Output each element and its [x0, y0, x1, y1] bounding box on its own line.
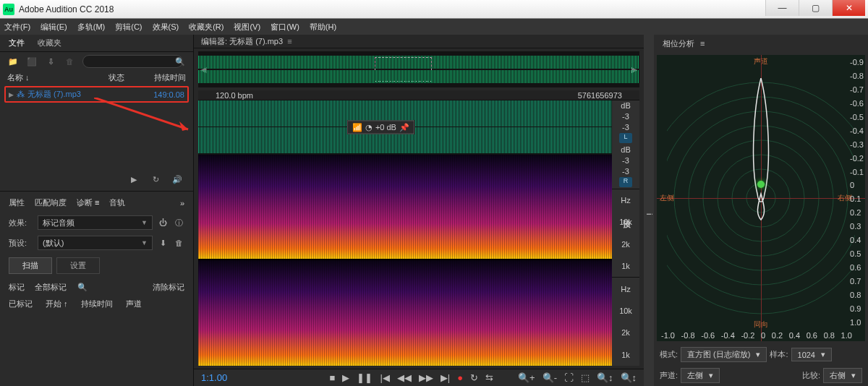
preset-select[interactable]: (默认)▼: [38, 236, 153, 250]
tab-tracks[interactable]: 音轨: [109, 197, 125, 208]
sample-select[interactable]: 1024▾: [791, 348, 832, 361]
mh-marked[interactable]: 已标记: [9, 299, 33, 309]
col-name[interactable]: 名称 ↓: [7, 72, 109, 83]
menu-clip[interactable]: 剪辑(C): [115, 22, 142, 33]
play-button[interactable]: ▶: [342, 372, 349, 383]
import-icon[interactable]: ⇩: [45, 56, 56, 67]
hud-pin-icon[interactable]: 📌: [399, 122, 409, 132]
save-preset-icon[interactable]: ⬇: [157, 237, 169, 249]
menu-window[interactable]: 窗口(W): [271, 22, 299, 33]
col-duration[interactable]: 持续时间: [145, 72, 186, 83]
time-ruler[interactable]: 120.0 bpm 57 61 65 69 73: [198, 90, 639, 100]
info-icon[interactable]: ⓘ: [173, 217, 184, 228]
mark-label: 标记: [9, 282, 25, 293]
menu-effects[interactable]: 效果(S): [153, 22, 179, 33]
info-strip-icon[interactable]: i: [645, 213, 654, 215]
phase-menu-icon[interactable]: ≡: [700, 39, 705, 48]
zoom-in-h-icon[interactable]: 🔍+: [518, 372, 535, 383]
minimize-button[interactable]: —: [765, 0, 799, 16]
record-button[interactable]: ●: [457, 372, 463, 383]
zoom-out-v-icon[interactable]: 🔍↕: [621, 372, 637, 383]
tab-diagnostics[interactable]: 诊断 ≡: [77, 197, 99, 208]
search-input[interactable]: [82, 55, 183, 68]
zoom-out-h-icon[interactable]: 🔍-: [542, 372, 557, 383]
compare-label: 比较:: [802, 370, 820, 381]
mh-channel[interactable]: 声道: [126, 299, 142, 309]
compare-select[interactable]: 右侧▾: [823, 368, 862, 383]
channel-select[interactable]: 左侧▾: [681, 368, 720, 383]
skip-selection-button[interactable]: ⇆: [485, 372, 493, 383]
channel-r-chip[interactable]: R: [619, 177, 632, 187]
hz-val: 2k: [621, 328, 630, 337]
mode-select[interactable]: 直方图 (日志缩放)▾: [681, 347, 767, 362]
forward-button[interactable]: ▶▶: [419, 372, 433, 383]
waveform-display[interactable]: 📶 ◔ +0 dB 📌: [198, 100, 612, 155]
phase-title[interactable]: 相位分析: [663, 38, 694, 49]
record-icon[interactable]: ⬛: [26, 56, 38, 67]
db-unit: dB: [621, 145, 630, 154]
go-start-button[interactable]: |◀: [380, 372, 389, 383]
zoom-sel-icon[interactable]: ⬚: [581, 372, 590, 383]
file-row[interactable]: ▶ ⁂ 无标题 (7).mp3 149:0.08: [4, 86, 189, 103]
phase-indicator-ball: [757, 181, 765, 188]
hz-val: 1k: [621, 262, 630, 270]
mark-search-icon[interactable]: 🔍: [77, 281, 88, 293]
collapsed-panel-strip[interactable]: i 预设: [644, 35, 654, 386]
zoom-in-v-icon[interactable]: 🔍↕: [597, 372, 613, 383]
loop-button[interactable]: ↻: [470, 372, 478, 383]
auto-play-icon[interactable]: 🔊: [171, 173, 183, 185]
timecode[interactable]: 1:1.00: [201, 372, 227, 383]
left-sidebar: 文件 收藏夹 📁 ⬛ ⇩ 🗑 🔍 名称 ↓ 状态 持续时间 ▶ ⁂ 无标题 (7…: [0, 35, 194, 386]
hz-val: 2k: [621, 240, 630, 249]
mh-duration[interactable]: 持续时间: [81, 299, 113, 309]
loop-icon[interactable]: ↻: [150, 173, 161, 185]
panel-menu-icon[interactable]: »: [180, 199, 184, 207]
maximize-button[interactable]: ▢: [799, 0, 832, 16]
channel-l-chip[interactable]: L: [619, 133, 632, 143]
power-icon[interactable]: ⏻: [157, 217, 169, 228]
scan-button[interactable]: 扫描: [9, 257, 52, 274]
hz-val: 10k: [619, 306, 632, 315]
hud-display[interactable]: 📶 ◔ +0 dB 📌: [347, 120, 414, 134]
go-end-button[interactable]: ▶|: [441, 372, 450, 383]
spectrogram-right[interactable]: [198, 260, 612, 366]
hud-clock-icon: ◔: [365, 122, 373, 132]
overview-selection[interactable]: [375, 57, 432, 82]
tab-files[interactable]: 文件: [9, 38, 25, 48]
tab-loudness[interactable]: 匹配响度: [35, 197, 67, 208]
stop-button[interactable]: ■: [330, 372, 336, 383]
delete-preset-icon[interactable]: 🗑: [173, 237, 184, 249]
tab-properties[interactable]: 属性: [9, 197, 25, 208]
rewind-button[interactable]: ◀◀: [397, 372, 412, 383]
file-name: 无标题 (7).mp3: [27, 89, 153, 100]
zoom-full-icon[interactable]: ⛶: [564, 372, 574, 383]
tab-favorites[interactable]: 收藏夹: [38, 38, 61, 48]
close-button[interactable]: ✕: [832, 0, 865, 16]
trash-icon[interactable]: 🗑: [64, 56, 75, 67]
menu-multitrack[interactable]: 多轨(M): [77, 22, 106, 33]
clear-marks[interactable]: 清除标记: [153, 282, 184, 293]
phase-label-left: 左侧: [660, 193, 674, 203]
menu-bar: 文件(F) 编辑(E) 多轨(M) 剪辑(C) 效果(S) 收藏夹(R) 视图(…: [0, 19, 868, 35]
menu-favorites[interactable]: 收藏夹(R): [189, 22, 224, 33]
menu-view[interactable]: 视图(V): [234, 22, 260, 33]
menu-file[interactable]: 文件(F): [4, 22, 30, 33]
play-icon[interactable]: ▶: [128, 173, 140, 185]
overview-waveform[interactable]: ◀▶: [198, 51, 639, 87]
phase-plot[interactable]: 声道 左侧 右侧 同向 -0.9-0.8-0.7-0.6-0.5-0.4-0.3…: [657, 55, 865, 341]
phase-analysis-panel: 相位分析≡ 声道 左侧 右侧 同向 -0.9-0.8-0.7-0.6-0.: [654, 35, 868, 386]
window-title: Adobe Audition CC 2018: [19, 4, 765, 14]
menu-edit[interactable]: 编辑(E): [41, 22, 67, 33]
settings-button[interactable]: 设置: [56, 257, 100, 274]
mh-start[interactable]: 开始 ↑: [46, 299, 68, 309]
open-file-icon[interactable]: 📁: [7, 56, 19, 67]
spectrogram-left[interactable]: [198, 155, 612, 260]
pause-button[interactable]: ❚❚: [357, 372, 373, 383]
col-status[interactable]: 状态: [109, 72, 145, 83]
channel-label: 声道:: [660, 370, 678, 381]
editor-tab[interactable]: 编辑器: 无标题 (7).mp3 ≡: [201, 36, 292, 47]
menu-help[interactable]: 帮助(H): [310, 22, 336, 33]
search-icon[interactable]: 🔍: [174, 56, 186, 67]
effect-select[interactable]: 标记音频▼: [38, 215, 153, 230]
expand-icon[interactable]: ▶: [9, 91, 14, 98]
